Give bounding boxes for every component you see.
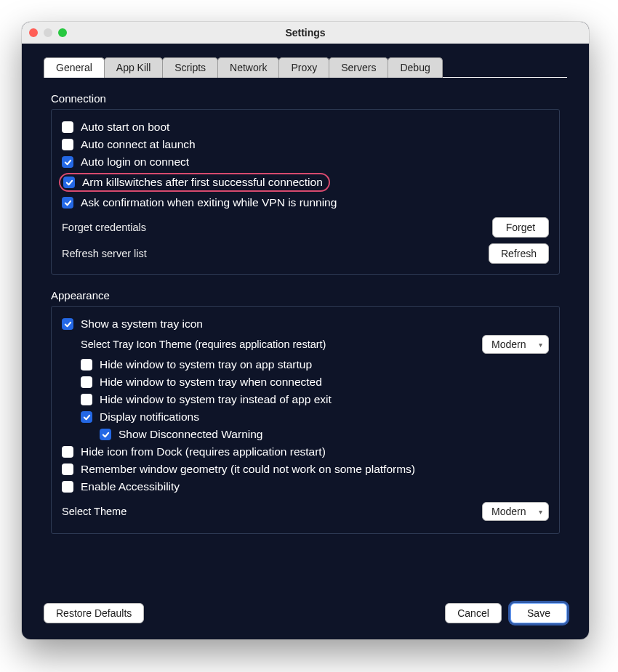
- group-appearance: Show a system tray iconSelect Tray Icon …: [51, 306, 560, 534]
- settings-window: Settings GeneralApp KillScriptsNetworkPr…: [22, 22, 589, 639]
- option-label: Remember window geometry (it could not w…: [81, 463, 415, 476]
- checkbox[interactable]: [62, 139, 73, 150]
- disconnected-warning-option: Show Disconnected Warning: [62, 426, 549, 443]
- option-label: Enable Accessibility: [81, 480, 180, 493]
- highlighted-option: Arm killswitches after first successful …: [59, 173, 330, 192]
- theme-select[interactable]: Modern▾: [482, 502, 549, 521]
- option-label: Auto start on boot: [81, 121, 169, 134]
- save-button[interactable]: Save: [510, 603, 567, 623]
- checkbox[interactable]: [62, 318, 73, 330]
- checkbox[interactable]: [81, 411, 92, 423]
- theme-row: Select ThemeModern▾: [62, 500, 549, 523]
- tab-general[interactable]: General: [44, 57, 105, 78]
- connection-option: Auto login on connect: [62, 153, 549, 171]
- option-label: Show Disconnected Warning: [119, 428, 262, 441]
- option-label: Arm killswitches after first successful …: [82, 176, 323, 189]
- checkbox[interactable]: [81, 359, 92, 371]
- tab-network[interactable]: Network: [217, 57, 279, 78]
- tab-panel-general: Connection Auto start on bootAuto connec…: [22, 78, 589, 603]
- checkbox[interactable]: [62, 481, 73, 493]
- checkbox[interactable]: [62, 156, 73, 168]
- section-title-connection: Connection: [51, 92, 560, 105]
- checkbox[interactable]: [81, 376, 92, 388]
- checkbox[interactable]: [81, 394, 92, 405]
- action-row: Refresh server listRefresh: [62, 243, 549, 264]
- close-icon[interactable]: [29, 28, 38, 37]
- refresh-button[interactable]: Refresh: [489, 243, 549, 264]
- group-connection: Auto start on bootAuto connect at launch…: [51, 109, 560, 275]
- action-label: Forget credentials: [62, 222, 146, 233]
- traffic-lights: [29, 28, 67, 37]
- titlebar: Settings: [22, 22, 589, 44]
- misc-option: Hide icon from Dock (requires applicatio…: [62, 443, 549, 461]
- option-label: Hide window to system tray on app startu…: [100, 358, 312, 371]
- option-label: Hide window to system tray when connecte…: [100, 376, 322, 389]
- tab-app-kill[interactable]: App Kill: [104, 57, 163, 78]
- connection-option: Arm killswitches after first successful …: [62, 171, 549, 194]
- notifications-option: Display notifications: [62, 408, 549, 426]
- option-label: Auto login on connect: [81, 155, 189, 169]
- checkbox[interactable]: [63, 177, 75, 188]
- cancel-button[interactable]: Cancel: [445, 603, 502, 623]
- tab-scripts[interactable]: Scripts: [162, 57, 218, 78]
- misc-option: Remember window geometry (it could not w…: [62, 461, 549, 478]
- footer-bar: Restore Defaults Cancel Save: [22, 603, 589, 639]
- checkbox[interactable]: [62, 463, 73, 475]
- option-label: Hide window to system tray instead of ap…: [100, 393, 332, 406]
- hide-option: Hide window to system tray on app startu…: [62, 356, 549, 373]
- connection-option: Auto start on boot: [62, 118, 549, 136]
- option-label: Show a system tray icon: [81, 317, 203, 331]
- content: GeneralApp KillScriptsNetworkProxyServer…: [22, 44, 589, 639]
- chevron-down-icon: ▾: [539, 341, 542, 349]
- zoom-icon[interactable]: [58, 28, 67, 37]
- restore-defaults-button[interactable]: Restore Defaults: [44, 603, 144, 623]
- tray-theme-row: Select Tray Icon Theme (requires applica…: [62, 333, 549, 356]
- checkbox[interactable]: [100, 429, 111, 440]
- window-title: Settings: [22, 27, 589, 39]
- misc-option: Enable Accessibility: [62, 478, 549, 495]
- spacer: [51, 544, 560, 590]
- option-label: Hide icon from Dock (requires applicatio…: [81, 445, 326, 458]
- select-theme-label: Select Theme: [62, 506, 127, 517]
- tray-theme-select[interactable]: Modern▾: [482, 335, 549, 354]
- option-label: Display notifications: [100, 410, 199, 424]
- minimize-icon[interactable]: [44, 28, 52, 37]
- checkbox[interactable]: [62, 197, 73, 209]
- section-title-appearance: Appearance: [51, 289, 560, 301]
- chevron-down-icon: ▾: [539, 508, 542, 516]
- option-label: Auto connect at launch: [81, 138, 196, 151]
- connection-option: Ask confirmation when exiting while VPN …: [62, 194, 549, 211]
- hide-option: Hide window to system tray when connecte…: [62, 373, 549, 391]
- tab-debug[interactable]: Debug: [388, 57, 442, 78]
- checkbox[interactable]: [62, 121, 73, 133]
- tab-bar: GeneralApp KillScriptsNetworkProxyServer…: [22, 44, 589, 77]
- connection-option: Auto connect at launch: [62, 136, 549, 153]
- show-tray-option: Show a system tray icon: [62, 315, 549, 333]
- forget-button[interactable]: Forget: [492, 217, 549, 238]
- checkbox[interactable]: [62, 446, 73, 458]
- tray-theme-label: Select Tray Icon Theme (requires applica…: [81, 339, 326, 350]
- hide-option: Hide window to system tray instead of ap…: [62, 391, 549, 408]
- action-row: Forget credentialsForget: [62, 217, 549, 238]
- action-label: Refresh server list: [62, 248, 147, 259]
- tab-proxy[interactable]: Proxy: [278, 57, 329, 78]
- tab-servers[interactable]: Servers: [329, 57, 388, 78]
- option-label: Ask confirmation when exiting while VPN …: [81, 196, 337, 209]
